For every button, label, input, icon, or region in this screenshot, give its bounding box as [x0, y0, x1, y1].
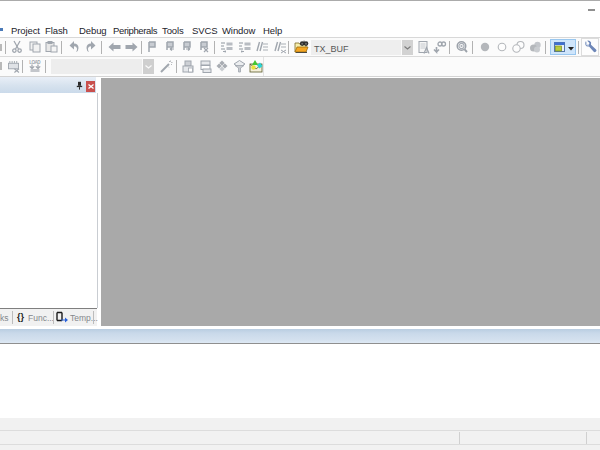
svg-text:LOAD: LOAD: [29, 60, 41, 65]
